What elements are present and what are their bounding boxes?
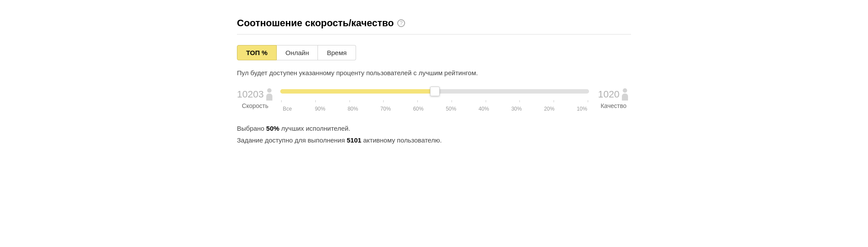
left-label: Скорость (242, 102, 268, 109)
result-line1-suffix: лучших исполнителей. (279, 125, 350, 132)
description-text: Пул будет доступен указанному проценту п… (237, 69, 631, 77)
right-value: 1020 (598, 89, 620, 100)
tabs-group: ТОП % Онлайн Время (237, 45, 631, 60)
result-line2-suffix: активному пользователю. (361, 136, 442, 144)
tab-time[interactable]: Время (318, 45, 356, 60)
slider-track (280, 89, 589, 94)
tick-label-50: 50% (445, 106, 457, 112)
main-container: Соотношение скорость/качество ? ТОП % Он… (237, 17, 631, 146)
slider-wrapper: Все 90% 80% 70% 60% 50% 40% 30% 20% 10% (280, 85, 589, 112)
tick-label-40: 40% (478, 106, 490, 112)
tick-mark (486, 100, 486, 102)
left-value-container: 10203 (237, 88, 273, 101)
right-person-icon (621, 88, 629, 101)
section-header: Соотношение скорость/качество ? (237, 17, 631, 29)
result-line2-bold: 5101 (347, 136, 361, 144)
tick-label-80: 80% (347, 106, 359, 112)
left-value: 10203 (237, 89, 264, 100)
tab-top[interactable]: ТОП % (237, 45, 277, 60)
tick-marks (280, 100, 589, 102)
tick-mark (452, 100, 452, 102)
result-line1-prefix: Выбрано (237, 125, 266, 132)
right-value-container: 1020 (598, 88, 629, 101)
right-side-label: 1020 Качество (596, 88, 631, 109)
slider-section: 10203 Скорость (237, 85, 631, 112)
section-title: Соотношение скорость/качество (237, 17, 394, 29)
tick-mark (554, 100, 554, 102)
tick-mark (281, 100, 282, 102)
left-side-label: 10203 Скорость (237, 88, 273, 109)
tick-label-20: 20% (543, 106, 555, 112)
slider-fill (280, 89, 434, 94)
tick-mark (315, 100, 316, 102)
result-line2-prefix: Задание доступно для выполнения (237, 136, 347, 144)
tick-label-60: 60% (412, 106, 424, 112)
result-line1: Выбрано 50% лучших исполнителей. (237, 122, 631, 134)
left-person-icon (265, 88, 273, 101)
result-text: Выбрано 50% лучших исполнителей. Задание… (237, 122, 631, 146)
result-line1-bold: 50% (266, 125, 279, 132)
tick-label-70: 70% (379, 106, 392, 112)
slider-thumb[interactable] (430, 87, 440, 96)
tick-label-90: 90% (314, 106, 326, 112)
slider-track-container[interactable] (280, 85, 589, 97)
tick-label-all: Все (281, 106, 293, 112)
tick-mark (588, 100, 588, 102)
tick-mark (349, 100, 350, 102)
right-label: Качество (600, 102, 626, 109)
help-icon[interactable]: ? (397, 19, 405, 27)
tick-mark (383, 100, 384, 102)
tab-online[interactable]: Онлайн (277, 45, 318, 60)
divider (237, 34, 631, 35)
tick-label-10: 10% (576, 106, 588, 112)
tick-mark (519, 100, 520, 102)
result-line2: Задание доступно для выполнения 5101 акт… (237, 134, 631, 146)
tick-mark (417, 100, 418, 102)
slider-tick-labels: Все 90% 80% 70% 60% 50% 40% 30% 20% 10% (280, 106, 589, 112)
tick-label-30: 30% (510, 106, 522, 112)
